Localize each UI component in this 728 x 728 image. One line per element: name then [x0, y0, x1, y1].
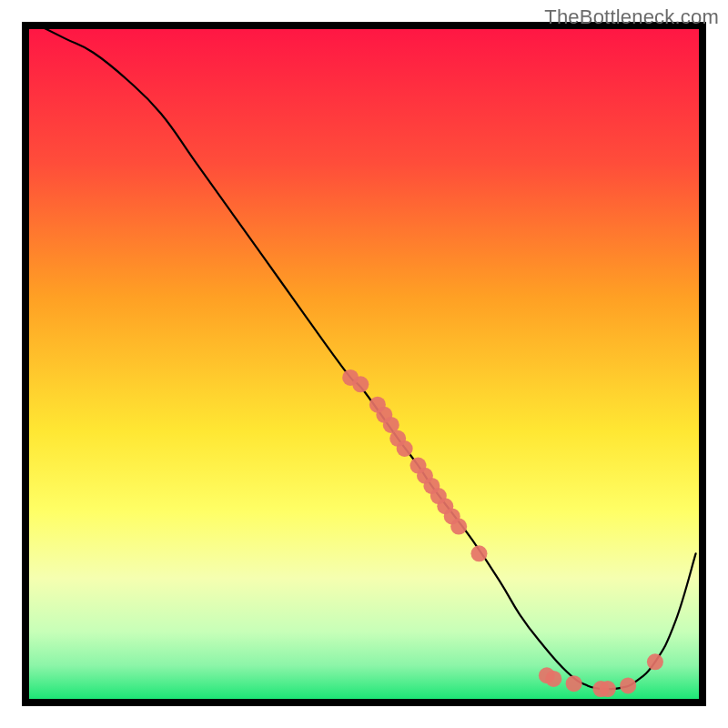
scatter-point [566, 675, 582, 692]
scatter-point [600, 681, 616, 697]
scatter-point [620, 677, 636, 693]
scatter-point [450, 519, 467, 535]
chart-background [29, 29, 699, 699]
scatter-point [352, 376, 369, 392]
scatter-point [647, 653, 663, 670]
watermark-label: TheBottleneck.com [544, 5, 719, 29]
scatter-point [470, 545, 487, 561]
bottleneck-chart [0, 0, 728, 728]
scatter-point [397, 440, 413, 457]
scatter-point [545, 671, 561, 687]
